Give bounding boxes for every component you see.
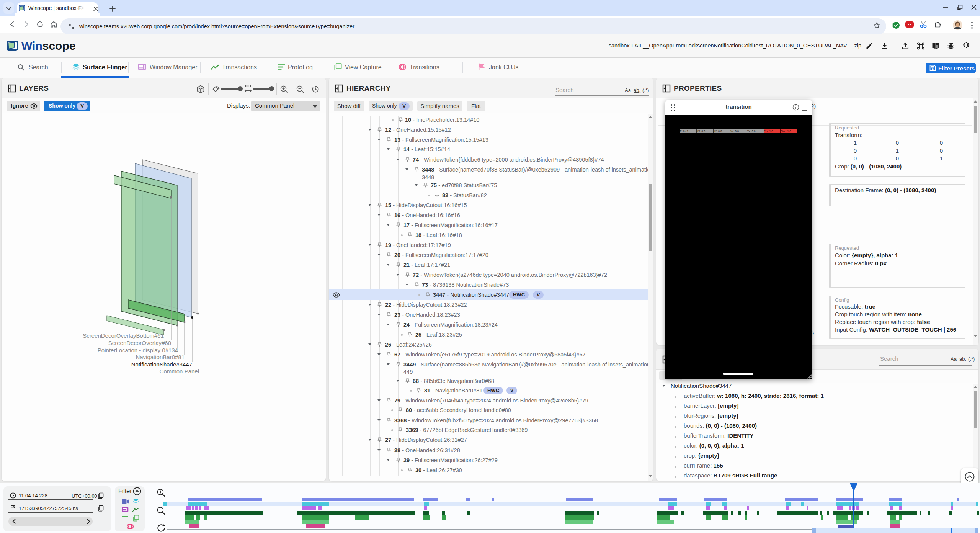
svg-text:ScreenDecorOverlayBottom#61: ScreenDecorOverlayBottom#61 (83, 332, 164, 339)
svg-text:NotificationShade#3447: NotificationShade#3447 (131, 361, 192, 368)
svg-text:NavigationBar0#81: NavigationBar0#81 (136, 354, 185, 360)
svg-text:Common Panel: Common Panel (160, 368, 199, 374)
svg-text:ScreenDecorOverlay#60: ScreenDecorOverlay#60 (108, 340, 171, 346)
svg-text:PointerLocation - display 0#13: PointerLocation - display 0#134 (98, 347, 178, 353)
